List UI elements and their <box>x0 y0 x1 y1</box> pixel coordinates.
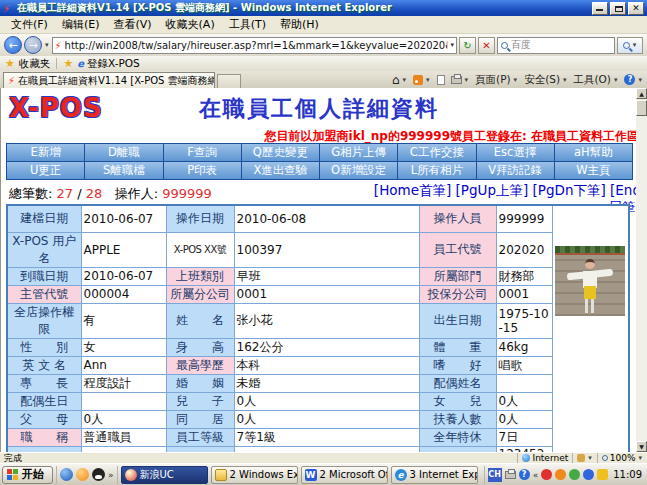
task-button[interactable]: 2 Windows Explorer <box>211 466 298 484</box>
function-button[interactable]: D離職 <box>85 144 162 161</box>
function-button[interactable]: L所有相片 <box>398 162 475 179</box>
field-value[interactable]: 有 <box>81 303 166 338</box>
field-value[interactable]: 早班 <box>234 267 419 285</box>
favorites-button[interactable]: 收藏夹 <box>19 57 51 71</box>
url-dropdown-icon[interactable]: ▾ <box>447 41 454 49</box>
menu-item[interactable]: 文件(F) <box>4 16 55 33</box>
record-nav-link[interactable]: [Home首筆] <box>374 182 451 198</box>
url-text[interactable]: http://win2008/tw/salary/hireuser.asp?mr… <box>65 40 448 51</box>
function-button[interactable]: X進出查驗 <box>242 162 319 179</box>
field-value[interactable]: 张小花 <box>234 303 419 338</box>
start-button[interactable]: 开始 <box>2 466 53 484</box>
read-mail-button[interactable] <box>437 75 445 85</box>
function-button[interactable]: Q歷史變更 <box>242 144 319 161</box>
function-button[interactable]: O新增設定 <box>320 162 397 179</box>
function-button[interactable]: F查詢 <box>164 144 241 161</box>
vertical-scrollbar[interactable]: ▲ ▼ <box>636 88 647 452</box>
printer-tray-icon[interactable] <box>505 471 516 479</box>
wangwang-quicklaunch-icon[interactable] <box>76 468 89 481</box>
record-nav-link[interactable]: [PgDn下筆] <box>533 182 606 198</box>
field-value[interactable]: 0001 <box>496 285 552 303</box>
print-button[interactable]: ▾ <box>451 76 470 84</box>
function-button[interactable]: G相片上傳 <box>320 144 397 161</box>
function-button[interactable]: U更正 <box>7 162 84 179</box>
search-placeholder[interactable]: 百度 <box>511 38 611 52</box>
field-value[interactable]: 0人 <box>81 410 166 428</box>
function-button[interactable]: Esc選擇 <box>477 144 554 161</box>
field-value[interactable]: 162公分 <box>234 338 419 356</box>
field-value[interactable]: 本科 <box>234 356 419 374</box>
tools-menu-button[interactable]: 工具(O)▾ <box>574 73 619 87</box>
protected-mode-indicator[interactable]: ▾ <box>572 453 597 463</box>
help-tray-icon[interactable]: ? <box>519 469 530 480</box>
back-button[interactable]: ← <box>4 36 22 54</box>
field-value[interactable] <box>496 374 552 392</box>
field-value[interactable]: Ann <box>81 356 166 374</box>
field-value[interactable]: 0人 <box>234 410 419 428</box>
refresh-button[interactable]: ↻ <box>459 37 476 54</box>
field-value[interactable] <box>81 392 166 410</box>
field-value[interactable]: 2010-06-08 <box>234 205 419 232</box>
field-value[interactable]: 100397 <box>234 232 419 267</box>
field-value[interactable]: 999999 <box>496 205 552 232</box>
field-value[interactable]: 202020 <box>496 232 552 267</box>
browser-tab-active[interactable]: ⚡ 在職員工詳細資料V1.14 [X-POS 雲端商務網] <box>3 72 215 88</box>
wangwang-tray-icon[interactable] <box>555 469 566 480</box>
downloader-tray-icon[interactable] <box>569 469 580 480</box>
menu-item[interactable]: 收藏夹(A) <box>159 16 222 33</box>
task-button[interactable]: e3 Internet Expl... <box>391 466 478 484</box>
field-value[interactable]: 普通職員 <box>81 428 166 446</box>
field-value[interactable]: 0001 <box>234 285 419 303</box>
function-button[interactable]: V拜訪記錄 <box>477 162 554 179</box>
function-button[interactable]: E新增 <box>7 144 84 161</box>
field-value[interactable]: 程度設計 <box>81 374 166 392</box>
uc-quicklaunch-icon[interactable] <box>60 468 73 481</box>
quicklaunch-overflow-icon[interactable]: » <box>108 470 114 480</box>
messenger-tray-icon[interactable] <box>583 469 594 480</box>
minimize-button[interactable] <box>592 2 608 15</box>
menu-item[interactable]: 工具(T) <box>222 16 273 33</box>
field-value[interactable]: 唱歌 <box>496 356 552 374</box>
address-bar[interactable]: ⚡ http://win2008/tw/salary/hireuser.asp?… <box>52 37 457 54</box>
home-button[interactable]: ⌂▾ <box>392 73 407 87</box>
field-value[interactable]: 財務部 <box>496 267 552 285</box>
menu-item[interactable]: 帮助(H) <box>273 16 326 33</box>
scrollbar-thumb[interactable] <box>636 100 647 116</box>
search-options-button[interactable]: ▾ <box>617 37 643 54</box>
qq-tray-icon[interactable] <box>541 469 552 480</box>
scroll-up-icon[interactable]: ▲ <box>636 88 647 99</box>
field-value[interactable]: APPLE <box>81 232 166 267</box>
field-value[interactable]: 000004 <box>81 285 166 303</box>
field-value[interactable]: 1975-10-15 <box>496 303 552 338</box>
forward-button[interactable]: → <box>24 36 42 54</box>
menu-item[interactable]: 编辑(E) <box>55 16 107 33</box>
search-input[interactable]: 百度 <box>497 37 615 54</box>
menu-item[interactable]: 查看(V) <box>106 16 158 33</box>
favorite-item-xpos[interactable]: e 登錄X-POS <box>77 57 140 71</box>
record-nav-link[interactable]: [PgUp上筆] <box>456 182 529 198</box>
function-button[interactable]: W主頁 <box>555 162 632 179</box>
field-value[interactable]: 2010-06-07 <box>81 205 166 232</box>
feeds-button[interactable]: ▾ <box>413 75 431 85</box>
field-value[interactable]: 0人 <box>234 392 419 410</box>
safety-menu-button[interactable]: 安全(S)▾ <box>524 73 567 87</box>
restore-button[interactable] <box>610 2 626 15</box>
help-menu-button[interactable]: ?▾ <box>624 74 643 85</box>
function-button[interactable]: aH幫助 <box>555 144 632 161</box>
field-value[interactable]: 女 <box>81 338 166 356</box>
task-button[interactable]: 新浪UC <box>121 466 208 484</box>
field-value[interactable]: 0人 <box>496 392 552 410</box>
security-shield-tray-icon[interactable] <box>597 469 608 480</box>
history-dropdown-icon[interactable]: ▾ <box>44 41 50 49</box>
field-value[interactable]: 46kg <box>496 338 552 356</box>
new-tab-button[interactable] <box>217 74 241 88</box>
function-button[interactable]: C工作交接 <box>398 144 475 161</box>
task-button[interactable]: W2 Microsoft Off... <box>301 466 388 484</box>
add-favorite-icon[interactable]: ★ <box>63 57 73 70</box>
zoom-control[interactable]: 100% ▾ <box>597 453 647 463</box>
field-value[interactable]: 未婚 <box>234 374 419 392</box>
employee-photo[interactable] <box>555 246 625 316</box>
page-menu-button[interactable]: 頁面(P)▾ <box>475 73 518 87</box>
qq-quicklaunch-icon[interactable] <box>92 468 105 481</box>
collapse-tray-icon[interactable]: « <box>533 470 539 480</box>
